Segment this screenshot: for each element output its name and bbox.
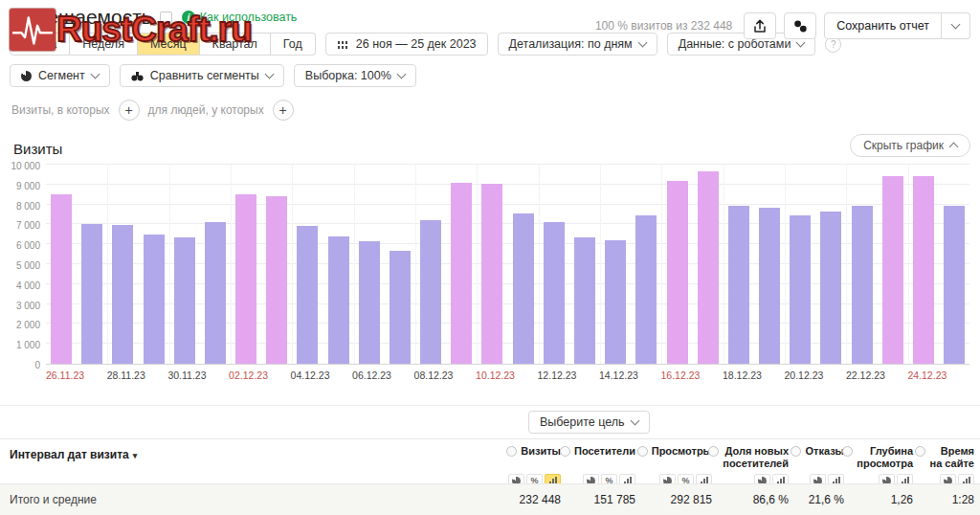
y-axis-label: 9 000 <box>16 181 40 191</box>
chart-bar[interactable] <box>328 236 349 364</box>
chart-bar[interactable] <box>759 208 780 364</box>
segment-dropdown[interactable]: Сегмент <box>10 64 110 87</box>
metric-total-value: 1,26 <box>844 493 913 506</box>
chart-bar[interactable] <box>390 251 411 364</box>
metric-label[interactable]: Просмотры <box>652 445 712 458</box>
chart-bar[interactable] <box>297 226 318 364</box>
totals-row: Итого и средние 232 448151 785292 81586,… <box>0 483 980 515</box>
metric-total-value: 86,6 % <box>712 493 789 506</box>
chart-bar[interactable] <box>605 240 626 364</box>
filter-bar: Визиты, в которых + для людей, у которых… <box>0 87 980 121</box>
goal-row: Выберите цель <box>0 405 980 439</box>
chart-bar[interactable] <box>359 241 380 364</box>
metrica-traffic-report: RustCraft.ru Посещаемость i Как использо… <box>0 0 980 515</box>
save-report-dropdown[interactable] <box>942 12 970 39</box>
chevron-down-icon <box>951 20 961 30</box>
y-axis-label: 0 <box>34 360 40 370</box>
chart-bar[interactable] <box>728 206 749 364</box>
chart-bar[interactable] <box>235 194 256 364</box>
tab-year[interactable]: Год <box>271 33 316 56</box>
detalization-label: Детализация: по дням <box>509 37 633 51</box>
x-axis-label: 24.12.23 <box>907 369 947 381</box>
notes-button[interactable] <box>784 12 816 39</box>
visits-filter-label: Визиты, в которых <box>11 103 110 117</box>
metric-label[interactable]: Отказы <box>805 445 844 458</box>
metric-label[interactable]: Доля новых посетителей <box>723 445 789 471</box>
chart-bar[interactable] <box>882 176 903 364</box>
hide-chart-button[interactable]: Скрыть график <box>850 134 970 157</box>
export-icon <box>753 19 767 34</box>
metric-radio[interactable] <box>637 446 648 457</box>
chevron-down-icon <box>90 70 100 79</box>
tab-yesterday[interactable]: Вчера <box>10 33 70 56</box>
tab-week[interactable]: Неделя <box>70 33 138 56</box>
metric-radio[interactable] <box>915 446 925 457</box>
metric-radio[interactable] <box>708 446 719 457</box>
chart-bar[interactable] <box>513 213 534 364</box>
date-range-button[interactable]: 26 ноя — 25 дек 2023 <box>325 33 488 56</box>
how-to-use-link[interactable]: Как использовать <box>200 11 298 24</box>
chart-title: Визиты <box>13 141 62 157</box>
metric-radio[interactable] <box>791 446 801 457</box>
y-axis: 10 0009 0008 0007 0006 0005 0004 0003 00… <box>0 165 40 364</box>
add-people-filter-button[interactable]: + <box>273 100 294 121</box>
chart-bar[interactable] <box>420 220 441 364</box>
metric-label[interactable]: Визиты <box>521 445 561 458</box>
y-axis-label: 7 000 <box>16 220 40 231</box>
save-report-button[interactable]: Сохранить отчет <box>824 12 942 39</box>
segment-toolbar: Сегмент Сравнить сегменты Выборка: 100% <box>0 56 980 87</box>
y-axis-label: 10 000 <box>11 161 40 171</box>
chart-bar[interactable] <box>174 237 195 364</box>
x-axis-label: 10.12.23 <box>476 369 515 381</box>
chart-bar[interactable] <box>544 222 565 364</box>
sampling-dropdown[interactable]: Выборка: 100% <box>294 64 416 87</box>
chart-bar[interactable] <box>698 171 719 364</box>
metric-header: Просмотры <box>635 445 712 471</box>
x-axis-label: 28.11.23 <box>107 369 145 381</box>
metric-radio[interactable] <box>842 446 853 457</box>
chart-bar[interactable] <box>51 194 72 364</box>
calendar-icon <box>337 39 349 50</box>
x-axis-label: 26.11.23 <box>46 369 84 381</box>
dimension-header[interactable]: Интервал дат визита▾ <box>10 445 507 471</box>
metric-label[interactable]: Время на сайте <box>929 445 974 471</box>
metric-label[interactable]: Глубина просмотра <box>857 445 913 471</box>
chart-bar[interactable] <box>451 183 472 364</box>
chart-bar[interactable] <box>81 224 102 364</box>
x-axis-label: 30.11.23 <box>167 369 206 381</box>
chart-bar[interactable] <box>944 206 965 364</box>
chart-bar[interactable] <box>112 225 133 364</box>
chart-bar[interactable] <box>481 184 502 364</box>
metric-radio[interactable] <box>506 446 517 457</box>
date-range-label: 26 ноя — 25 дек 2023 <box>356 37 477 51</box>
tab-month[interactable]: Месяц <box>138 33 200 56</box>
compare-segments-dropdown[interactable]: Сравнить сегменты <box>120 64 284 87</box>
chart-bar[interactable] <box>820 212 841 364</box>
chart-bar[interactable] <box>667 181 688 364</box>
metric-header: Отказы <box>789 445 844 471</box>
chevron-down-icon <box>796 38 806 48</box>
add-visit-filter-button[interactable]: + <box>119 100 140 121</box>
export-button[interactable] <box>744 12 776 39</box>
favorite-icon[interactable] <box>160 11 172 24</box>
metric-radio[interactable] <box>560 446 570 457</box>
chart-bar[interactable] <box>913 176 934 364</box>
pie-icon <box>21 71 32 81</box>
chart-bar[interactable] <box>144 235 165 364</box>
y-axis-label: 3 000 <box>16 301 40 311</box>
hide-chart-label: Скрыть график <box>863 139 944 152</box>
header-actions: 100 % визитов из 232 448 Сохранить отчет <box>595 12 970 39</box>
y-axis-label: 8 000 <box>16 201 40 212</box>
chart-bar[interactable] <box>635 215 657 364</box>
metric-total-value: 1:28 <box>913 493 974 506</box>
chart-bar[interactable] <box>574 237 595 364</box>
choose-goal-dropdown[interactable]: Выберите цель <box>528 411 650 434</box>
metric-label[interactable]: Посетители <box>574 445 635 458</box>
chart-bar[interactable] <box>266 196 287 364</box>
dimension-label: Интервал дат визита <box>10 448 129 461</box>
sort-icon: ▾ <box>133 451 138 460</box>
chart-bar[interactable] <box>852 206 873 364</box>
chart-bar[interactable] <box>205 222 226 364</box>
tab-quarter[interactable]: Квартал <box>200 33 271 56</box>
chart-bar[interactable] <box>790 215 811 364</box>
